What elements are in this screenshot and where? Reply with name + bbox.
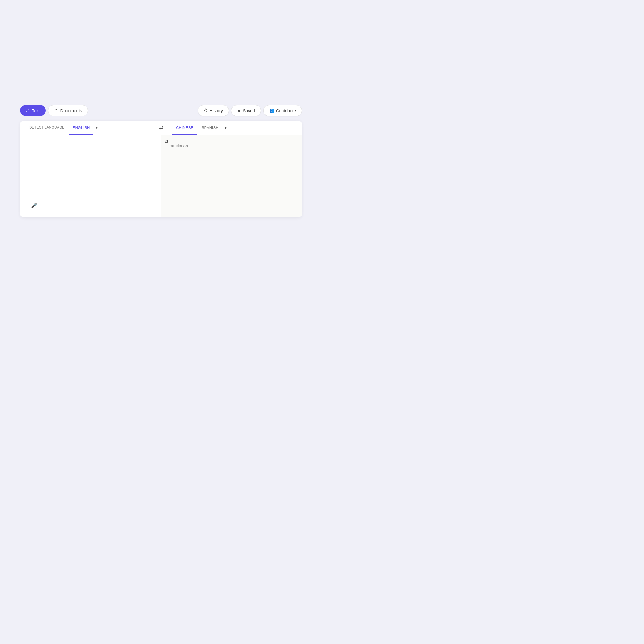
source-input[interactable] — [26, 140, 155, 197]
language-selector-row: DETECT LANGUAGE ENGLISH ▾ ⇄ CHINESE SPAN… — [20, 121, 302, 135]
source-language-dropdown[interactable]: ▾ — [95, 125, 99, 130]
translate-icon: ⇌ — [26, 108, 30, 113]
microphone-button[interactable]: 🎤 — [29, 201, 39, 210]
text-areas: 🎤 ⧉ Translation — [20, 135, 302, 217]
source-language-tabs: DETECT LANGUAGE ENGLISH ▾ — [20, 121, 155, 135]
toolbar: ⇌ Text 🗋 Documents ⏱ History ★ Saved 👥 C… — [20, 105, 302, 116]
spanish-tab[interactable]: SPANISH — [198, 121, 222, 135]
documents-button[interactable]: 🗋 Documents — [48, 105, 88, 116]
contribute-icon: 👥 — [269, 108, 274, 113]
target-language-tabs: CHINESE SPANISH ▾ — [167, 121, 302, 135]
documents-button-label: Documents — [60, 108, 82, 113]
target-language-dropdown[interactable]: ▾ — [223, 125, 228, 130]
chevron-down-icon: ▾ — [96, 125, 98, 130]
document-icon: 🗋 — [54, 108, 58, 113]
copy-button[interactable]: ⧉ — [165, 139, 168, 145]
contribute-button[interactable]: 👥 Contribute — [263, 105, 302, 116]
history-button[interactable]: ⏱ History — [198, 105, 229, 116]
contribute-button-label: Contribute — [276, 108, 296, 113]
chinese-tab[interactable]: CHINESE — [173, 121, 197, 135]
translation-area: ⧉ Translation — [161, 135, 302, 217]
history-button-label: History — [210, 108, 223, 113]
star-icon: ★ — [237, 108, 241, 113]
translation-output: Translation — [167, 143, 296, 149]
translation-card: DETECT LANGUAGE ENGLISH ▾ ⇄ CHINESE SPAN… — [20, 121, 302, 217]
saved-button-label: Saved — [243, 108, 255, 113]
swap-icon: ⇄ — [159, 124, 163, 131]
detect-language-tab[interactable]: DETECT LANGUAGE — [26, 121, 68, 135]
english-tab[interactable]: ENGLISH — [69, 121, 93, 135]
swap-languages-button[interactable]: ⇄ — [155, 122, 167, 133]
source-footer: 🎤 — [26, 198, 155, 213]
source-area: 🎤 — [20, 135, 161, 217]
chevron-down-icon-right: ▾ — [225, 125, 227, 130]
saved-button[interactable]: ★ Saved — [231, 105, 261, 116]
history-icon: ⏱ — [204, 108, 208, 113]
text-button[interactable]: ⇌ Text — [20, 105, 46, 116]
toolbar-left: ⇌ Text 🗋 Documents — [20, 105, 88, 116]
text-button-label: Text — [32, 108, 40, 113]
copy-icon: ⧉ — [165, 139, 168, 144]
toolbar-right: ⏱ History ★ Saved 👥 Contribute — [198, 105, 302, 116]
mic-icon: 🎤 — [31, 203, 37, 208]
